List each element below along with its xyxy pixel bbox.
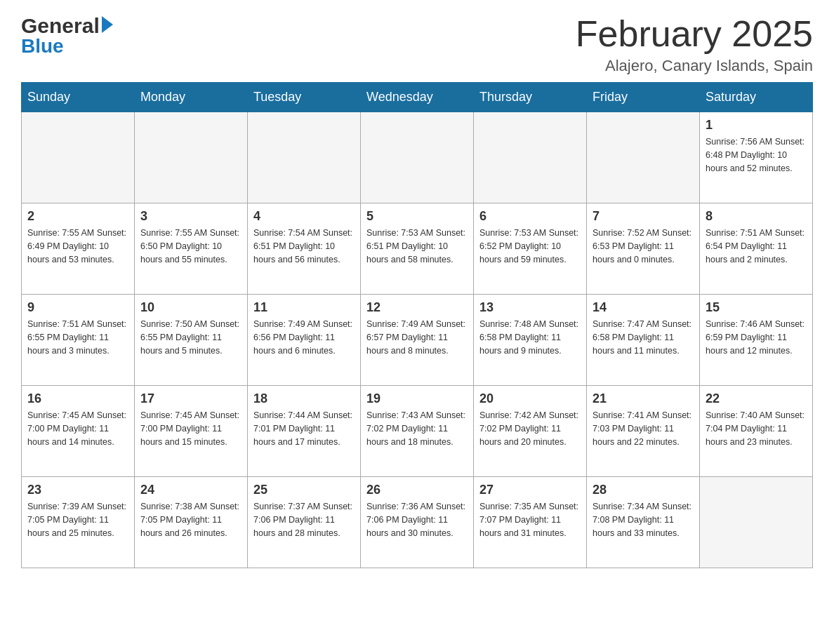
day-number: 12	[366, 300, 468, 315]
day-number: 14	[593, 300, 694, 315]
calendar-day-cell: 3Sunrise: 7:55 AM Sunset: 6:50 PM Daylig…	[135, 203, 248, 295]
day-number: 7	[593, 209, 694, 224]
day-number: 18	[253, 391, 355, 406]
calendar-day-cell	[474, 112, 587, 203]
calendar-day-cell: 22Sunrise: 7:40 AM Sunset: 7:04 PM Dayli…	[700, 386, 813, 477]
calendar-day-cell: 16Sunrise: 7:45 AM Sunset: 7:00 PM Dayli…	[22, 386, 135, 477]
logo: General Blue	[21, 14, 113, 58]
calendar-day-cell	[587, 112, 700, 203]
day-number: 21	[593, 391, 694, 406]
calendar-day-cell: 8Sunrise: 7:51 AM Sunset: 6:54 PM Daylig…	[700, 203, 813, 295]
day-info: Sunrise: 7:47 AM Sunset: 6:58 PM Dayligh…	[593, 318, 694, 357]
calendar-table: SundayMondayTuesdayWednesdayThursdayFrid…	[21, 82, 813, 568]
day-info: Sunrise: 7:51 AM Sunset: 6:54 PM Dayligh…	[706, 227, 807, 266]
day-info: Sunrise: 7:56 AM Sunset: 6:48 PM Dayligh…	[706, 135, 807, 175]
calendar-day-cell	[135, 112, 248, 203]
day-number: 19	[366, 391, 468, 406]
day-of-week-header: Monday	[135, 83, 248, 112]
day-info: Sunrise: 7:35 AM Sunset: 7:07 PM Dayligh…	[479, 500, 581, 539]
calendar-week-row: 23Sunrise: 7:39 AM Sunset: 7:05 PM Dayli…	[22, 477, 813, 568]
day-number: 8	[706, 209, 807, 224]
title-block: February 2025 Alajero, Canary Islands, S…	[576, 14, 813, 75]
calendar-day-cell: 17Sunrise: 7:45 AM Sunset: 7:00 PM Dayli…	[135, 386, 248, 477]
day-info: Sunrise: 7:46 AM Sunset: 6:59 PM Dayligh…	[706, 318, 807, 357]
calendar-day-cell: 12Sunrise: 7:49 AM Sunset: 6:57 PM Dayli…	[361, 295, 474, 386]
day-info: Sunrise: 7:52 AM Sunset: 6:53 PM Dayligh…	[593, 227, 694, 266]
day-number: 2	[27, 209, 128, 224]
day-of-week-header: Thursday	[474, 83, 587, 112]
day-info: Sunrise: 7:54 AM Sunset: 6:51 PM Dayligh…	[253, 227, 355, 266]
day-info: Sunrise: 7:53 AM Sunset: 6:51 PM Dayligh…	[366, 227, 468, 266]
calendar-day-cell: 14Sunrise: 7:47 AM Sunset: 6:58 PM Dayli…	[587, 295, 700, 386]
day-number: 10	[140, 300, 241, 315]
calendar-day-cell: 10Sunrise: 7:50 AM Sunset: 6:55 PM Dayli…	[135, 295, 248, 386]
calendar-day-cell: 4Sunrise: 7:54 AM Sunset: 6:51 PM Daylig…	[248, 203, 361, 295]
calendar-day-cell: 1Sunrise: 7:56 AM Sunset: 6:48 PM Daylig…	[700, 112, 813, 203]
month-title: February 2025	[576, 14, 813, 54]
day-info: Sunrise: 7:51 AM Sunset: 6:55 PM Dayligh…	[27, 318, 128, 357]
calendar-day-cell: 28Sunrise: 7:34 AM Sunset: 7:08 PM Dayli…	[587, 477, 700, 568]
day-info: Sunrise: 7:36 AM Sunset: 7:06 PM Dayligh…	[366, 500, 468, 539]
day-info: Sunrise: 7:43 AM Sunset: 7:02 PM Dayligh…	[366, 409, 468, 448]
day-number: 20	[479, 391, 581, 406]
day-number: 11	[253, 300, 355, 315]
calendar-day-cell: 20Sunrise: 7:42 AM Sunset: 7:02 PM Dayli…	[474, 386, 587, 477]
calendar-day-cell: 19Sunrise: 7:43 AM Sunset: 7:02 PM Dayli…	[361, 386, 474, 477]
day-number: 4	[253, 209, 355, 224]
day-info: Sunrise: 7:55 AM Sunset: 6:50 PM Dayligh…	[140, 227, 241, 266]
calendar-day-cell: 6Sunrise: 7:53 AM Sunset: 6:52 PM Daylig…	[474, 203, 587, 295]
day-number: 23	[27, 483, 128, 497]
calendar-day-cell: 15Sunrise: 7:46 AM Sunset: 6:59 PM Dayli…	[700, 295, 813, 386]
day-info: Sunrise: 7:45 AM Sunset: 7:00 PM Dayligh…	[27, 409, 128, 448]
day-info: Sunrise: 7:53 AM Sunset: 6:52 PM Dayligh…	[479, 227, 581, 266]
calendar-header-row: SundayMondayTuesdayWednesdayThursdayFrid…	[22, 83, 813, 112]
day-info: Sunrise: 7:55 AM Sunset: 6:49 PM Dayligh…	[27, 227, 128, 266]
day-number: 26	[366, 483, 468, 497]
calendar-day-cell	[361, 112, 474, 203]
calendar-week-row: 1Sunrise: 7:56 AM Sunset: 6:48 PM Daylig…	[22, 112, 813, 203]
day-info: Sunrise: 7:44 AM Sunset: 7:01 PM Dayligh…	[253, 409, 355, 448]
calendar-day-cell: 9Sunrise: 7:51 AM Sunset: 6:55 PM Daylig…	[22, 295, 135, 386]
day-number: 28	[593, 483, 694, 497]
calendar-week-row: 9Sunrise: 7:51 AM Sunset: 6:55 PM Daylig…	[22, 295, 813, 386]
day-info: Sunrise: 7:34 AM Sunset: 7:08 PM Dayligh…	[593, 500, 694, 539]
day-number: 3	[140, 209, 241, 224]
calendar-day-cell	[22, 112, 135, 203]
location-subtitle: Alajero, Canary Islands, Spain	[576, 57, 813, 75]
day-number: 17	[140, 391, 241, 406]
day-of-week-header: Saturday	[700, 83, 813, 112]
day-info: Sunrise: 7:50 AM Sunset: 6:55 PM Dayligh…	[140, 318, 241, 357]
day-number: 22	[706, 391, 807, 406]
calendar-day-cell: 11Sunrise: 7:49 AM Sunset: 6:56 PM Dayli…	[248, 295, 361, 386]
day-info: Sunrise: 7:42 AM Sunset: 7:02 PM Dayligh…	[479, 409, 581, 448]
calendar-week-row: 16Sunrise: 7:45 AM Sunset: 7:00 PM Dayli…	[22, 386, 813, 477]
logo-blue-text: Blue	[21, 35, 64, 58]
calendar-day-cell: 24Sunrise: 7:38 AM Sunset: 7:05 PM Dayli…	[135, 477, 248, 568]
day-number: 24	[140, 483, 241, 497]
day-number: 5	[366, 209, 468, 224]
day-number: 6	[479, 209, 581, 224]
day-info: Sunrise: 7:40 AM Sunset: 7:04 PM Dayligh…	[706, 409, 807, 448]
day-info: Sunrise: 7:41 AM Sunset: 7:03 PM Dayligh…	[593, 409, 694, 448]
calendar-day-cell: 18Sunrise: 7:44 AM Sunset: 7:01 PM Dayli…	[248, 386, 361, 477]
day-info: Sunrise: 7:49 AM Sunset: 6:56 PM Dayligh…	[253, 318, 355, 357]
day-of-week-header: Tuesday	[248, 83, 361, 112]
logo-general-text: General	[21, 14, 100, 38]
calendar-day-cell: 5Sunrise: 7:53 AM Sunset: 6:51 PM Daylig…	[361, 203, 474, 295]
day-of-week-header: Friday	[587, 83, 700, 112]
day-number: 27	[479, 483, 581, 497]
day-number: 1	[706, 118, 807, 133]
calendar-day-cell: 26Sunrise: 7:36 AM Sunset: 7:06 PM Dayli…	[361, 477, 474, 568]
calendar-day-cell: 13Sunrise: 7:48 AM Sunset: 6:58 PM Dayli…	[474, 295, 587, 386]
day-info: Sunrise: 7:37 AM Sunset: 7:06 PM Dayligh…	[253, 500, 355, 539]
page-header: General Blue February 2025 Alajero, Cana…	[21, 14, 813, 75]
day-info: Sunrise: 7:48 AM Sunset: 6:58 PM Dayligh…	[479, 318, 581, 357]
day-of-week-header: Sunday	[22, 83, 135, 112]
day-info: Sunrise: 7:39 AM Sunset: 7:05 PM Dayligh…	[27, 500, 128, 539]
calendar-day-cell: 27Sunrise: 7:35 AM Sunset: 7:07 PM Dayli…	[474, 477, 587, 568]
day-number: 9	[27, 300, 128, 315]
calendar-day-cell: 23Sunrise: 7:39 AM Sunset: 7:05 PM Dayli…	[22, 477, 135, 568]
day-info: Sunrise: 7:45 AM Sunset: 7:00 PM Dayligh…	[140, 409, 241, 448]
day-number: 15	[706, 300, 807, 315]
calendar-day-cell: 21Sunrise: 7:41 AM Sunset: 7:03 PM Dayli…	[587, 386, 700, 477]
